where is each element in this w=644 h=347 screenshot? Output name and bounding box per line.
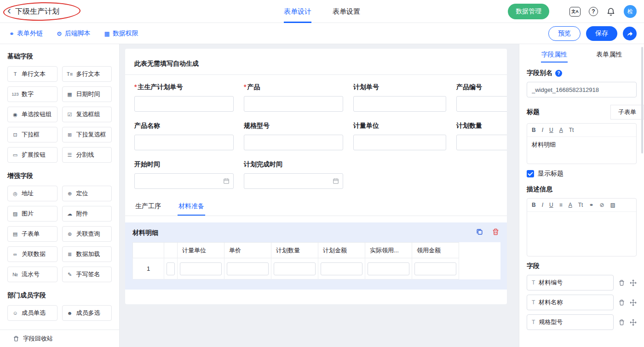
field-item-data-load[interactable]: ≣数据加载 — [62, 246, 112, 262]
field-item-relation-query[interactable]: ⊛关联查询 — [62, 226, 112, 242]
field-item-multi-line-text[interactable]: T≡多行文本 — [62, 66, 112, 82]
form-field-product[interactable]: *产品 — [244, 83, 343, 112]
align-icon[interactable]: ≡ — [559, 202, 563, 208]
actual-usage-cell-input[interactable] — [368, 262, 409, 275]
field-item-attachment[interactable]: ☁附件 — [62, 206, 112, 222]
italic-icon[interactable]: I — [542, 202, 543, 208]
field-alias-input[interactable] — [527, 82, 637, 97]
start-time-input[interactable] — [135, 174, 223, 188]
form-field-start-time[interactable]: 开始时间 — [134, 160, 234, 189]
field-item-serial-number[interactable]: №流水号 — [7, 267, 58, 282]
field-item-address[interactable]: ◎地址 — [7, 186, 58, 201]
alias-help-icon[interactable]: ? — [555, 70, 562, 77]
share-button[interactable] — [623, 27, 637, 40]
title-editor-content[interactable]: 材料明细 — [527, 137, 636, 164]
field-item-checkbox-group[interactable]: ☑复选框组 — [62, 107, 112, 122]
preview-button[interactable]: 预览 — [548, 26, 581, 41]
tab-material-preparation[interactable]: 材料准备 — [178, 198, 205, 216]
field-item-subform[interactable]: ▤子表单 — [7, 226, 58, 242]
plan-qty-cell-input[interactable] — [274, 262, 316, 275]
title-rich-editor[interactable]: B I U A Tt 材料明细 — [527, 123, 637, 164]
tab-form-design[interactable]: 表单设计 — [284, 0, 311, 23]
field-list-item[interactable]: T 材料编号 — [527, 275, 614, 290]
description-rich-editor[interactable]: B I U ≡ A Tt ⚭ ⊘ ▨ — [527, 198, 637, 256]
plan-amount-cell-input[interactable] — [321, 262, 362, 275]
form-field-plan-no[interactable]: 计划单号 — [353, 83, 446, 112]
field-item-extend-button[interactable]: ▭扩展按钮 — [7, 147, 58, 163]
subform-material-detail[interactable]: 材料明细 计量单位 单价 计划数 — [125, 222, 507, 290]
field-recycle-bin[interactable]: 字段回收站 — [0, 330, 119, 347]
plan-qty-input[interactable] — [457, 135, 507, 150]
insert-image-icon[interactable]: ▨ — [610, 202, 615, 208]
user-avatar[interactable]: 检 — [624, 5, 637, 18]
insert-link-icon[interactable]: ⚭ — [589, 202, 593, 208]
field-item-member-single[interactable]: ☺成员单选 — [7, 305, 58, 321]
field-item-location[interactable]: ⊕定位 — [62, 186, 112, 201]
font-size-icon[interactable]: Tt — [578, 202, 583, 208]
finish-time-input[interactable] — [244, 174, 333, 188]
plan-no-input[interactable] — [354, 97, 442, 111]
data-permission-link[interactable]: ▦ 数据权限 — [104, 29, 138, 38]
drag-move-icon[interactable] — [630, 299, 637, 306]
field-list-item[interactable]: T 材料名称 — [527, 295, 614, 310]
save-button[interactable]: 保存 — [586, 26, 617, 41]
delete-field-icon[interactable] — [618, 279, 625, 286]
bold-icon[interactable]: B — [532, 202, 536, 208]
field-item-signature[interactable]: ✎手写签名 — [62, 267, 112, 282]
delete-field-icon[interactable] — [618, 319, 625, 326]
delete-icon[interactable] — [492, 228, 500, 238]
form-field-product-name[interactable]: 产品名称 — [134, 122, 234, 150]
field-item-single-line-text[interactable]: T单行文本 — [7, 66, 58, 82]
field-item-member-multi[interactable]: ☻成员多选 — [62, 305, 112, 321]
form-field-master-plan-no[interactable]: *主生产计划单号 — [134, 83, 234, 112]
tab-field-properties[interactable]: 字段属性 — [527, 44, 582, 64]
master-plan-no-input[interactable] — [135, 97, 230, 111]
copy-icon[interactable] — [476, 228, 483, 238]
spec-model-input[interactable] — [244, 135, 339, 150]
field-list-item[interactable]: T 规格型号 — [527, 314, 614, 330]
checkbox-checked-icon[interactable] — [527, 170, 534, 177]
form-field-unit[interactable]: 计量单位 — [353, 122, 446, 150]
tab-production-process[interactable]: 生产工序 — [134, 198, 162, 216]
data-manage-button[interactable]: 数据管理 — [508, 4, 549, 19]
form-field-plan-qty[interactable]: 计划数量 — [456, 122, 507, 150]
italic-icon[interactable]: I — [542, 127, 543, 133]
field-item-divider[interactable]: ☰分割线 — [62, 147, 112, 163]
field-item-datetime[interactable]: ▦日期时间 — [62, 86, 112, 102]
language-icon[interactable]: 文A — [569, 7, 581, 17]
backend-script-link[interactable]: ⚙ 后端脚本 — [57, 29, 91, 38]
form-field-product-code[interactable]: 产品编号 — [456, 83, 507, 112]
field-item-number[interactable]: 123数字 — [7, 86, 58, 102]
remove-link-icon[interactable]: ⊘ — [599, 202, 604, 208]
tab-form-settings[interactable]: 表单设置 — [333, 0, 360, 23]
field-item-relation-data[interactable]: ∞关联数据 — [7, 246, 58, 262]
unit-cell-input[interactable] — [180, 262, 222, 275]
row-handle-input[interactable] — [167, 262, 175, 275]
usage-amount-cell-input[interactable] — [414, 262, 456, 275]
bold-icon[interactable]: B — [532, 127, 536, 133]
form-field-spec-model[interactable]: 规格型号 — [244, 122, 343, 150]
font-color-icon[interactable]: A — [559, 127, 563, 133]
underline-icon[interactable]: U — [549, 202, 553, 208]
unit-input[interactable] — [354, 135, 442, 150]
field-item-image[interactable]: ▨图片 — [7, 206, 58, 222]
tab-form-properties[interactable]: 表单属性 — [582, 44, 637, 64]
product-input[interactable] — [244, 97, 339, 111]
notification-bell-icon[interactable] — [606, 7, 615, 16]
help-icon[interactable]: ? — [589, 7, 598, 16]
panel-scrollbar[interactable] — [641, 47, 643, 154]
price-cell-input[interactable] — [227, 262, 269, 275]
form-field-finish-time[interactable]: 计划完成时间 — [244, 160, 343, 189]
form-external-link[interactable]: ⚭ 表单外链 — [9, 29, 43, 38]
delete-field-icon[interactable] — [618, 299, 625, 306]
field-item-multi-dropdown[interactable]: ⊞下拉复选框 — [62, 127, 112, 142]
show-title-checkbox-row[interactable]: 显示标题 — [527, 170, 637, 178]
drag-move-icon[interactable] — [630, 319, 637, 326]
font-size-icon[interactable]: Tt — [569, 127, 574, 133]
description-editor-content[interactable] — [527, 212, 636, 256]
font-color-icon[interactable]: A — [569, 202, 572, 208]
drag-move-icon[interactable] — [630, 279, 637, 286]
product-code-input[interactable] — [457, 97, 507, 111]
field-item-dropdown[interactable]: ⊡下拉框 — [7, 127, 58, 142]
underline-icon[interactable]: U — [549, 127, 553, 133]
